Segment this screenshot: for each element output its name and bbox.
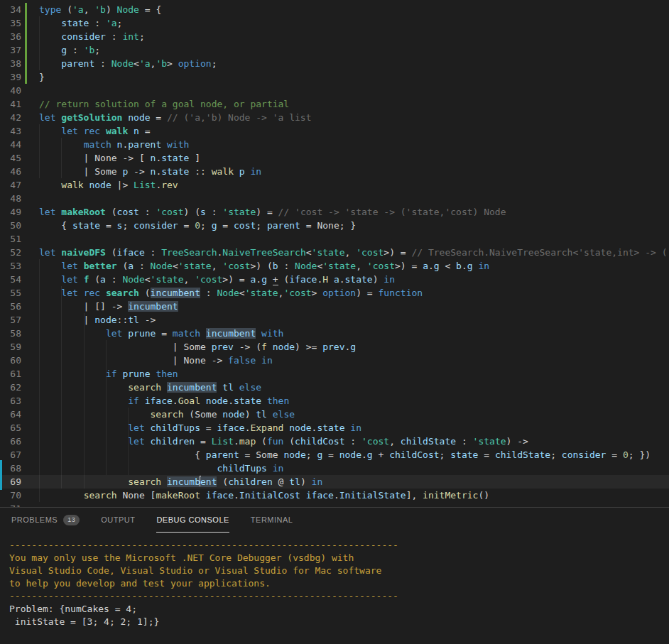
code-text: search (Some node) tl else <box>39 408 295 421</box>
line-number: 70 <box>0 489 21 502</box>
code-line[interactable]: 58 let prune = match incumbent with <box>0 327 669 340</box>
code-line[interactable]: 60 | None -> false in <box>0 354 669 367</box>
console-line: ----------------------------------------… <box>9 539 669 552</box>
code-text: let getSolution node = // ('a,'b) Node -… <box>39 111 312 124</box>
code-text: let naiveDFS (iface : TreeSearch.NaiveTr… <box>39 246 669 259</box>
vscode-window: 34type ('a, 'b) Node = {35 state : 'a;36… <box>0 0 669 643</box>
code-line[interactable]: 41// return solution of a goal node, or … <box>0 97 669 111</box>
code-line[interactable]: 39} <box>0 70 669 84</box>
code-text: state : 'a; <box>39 16 122 30</box>
debug-console-output[interactable]: ----------------------------------------… <box>0 533 669 628</box>
line-number: 51 <box>0 232 21 246</box>
code-line[interactable]: 57 | node::tl -> <box>0 313 669 327</box>
code-line[interactable]: 51 <box>0 232 669 246</box>
code-line[interactable]: 66 let children = List.map (fun (childCo… <box>0 435 669 448</box>
code-line[interactable]: 68 childTups in <box>0 462 669 475</box>
code-text: search None [makeRoot iface.InitialCost … <box>39 489 489 502</box>
code-line[interactable]: 48 <box>0 192 669 205</box>
code-text: consider : int; <box>39 30 145 43</box>
line-number: 62 <box>0 381 21 394</box>
code-text: type ('a, 'b) Node = { <box>39 3 161 16</box>
code-line[interactable]: 40 <box>0 84 669 97</box>
code-text: parent : Node<'a,'b> option; <box>39 57 217 70</box>
code-line[interactable]: 69 search incumbent (children @ tl) in <box>0 475 669 489</box>
code-line[interactable]: 62 search incumbent tl else <box>0 381 669 394</box>
code-line[interactable]: 53 let better (a : Node<'state, 'cost>) … <box>0 259 669 273</box>
code-line[interactable]: 52let naiveDFS (iface : TreeSearch.Naive… <box>0 246 669 259</box>
line-number: 35 <box>0 16 21 30</box>
code-line[interactable]: 45 | None -> [ n.state ] <box>0 151 669 165</box>
code-line[interactable]: 44 match n.parent with <box>0 138 669 151</box>
line-number: 63 <box>0 394 21 408</box>
git-added-indicator <box>25 16 27 30</box>
code-text: childTups in <box>39 462 283 475</box>
code-text: let f (a : Node<'state, 'cost>) = a.g + … <box>39 273 395 286</box>
code-line[interactable]: 71 <box>0 502 669 507</box>
line-number: 42 <box>0 111 21 124</box>
line-number: 48 <box>0 192 21 205</box>
line-number: 60 <box>0 354 21 367</box>
panel-tab-terminal[interactable]: TERMINAL <box>251 508 293 533</box>
code-text: if prune then <box>39 367 178 381</box>
code-line[interactable]: 67 { parent = Some node; g = node.g + ch… <box>0 448 669 462</box>
line-number: 55 <box>0 286 21 300</box>
line-number: 53 <box>0 259 21 273</box>
code-line[interactable]: 59 | Some prev -> (f node) >= prev.g <box>0 340 669 354</box>
line-number: 65 <box>0 421 21 435</box>
code-text: | None -> [ n.state ] <box>39 151 200 165</box>
code-text: } <box>39 70 45 84</box>
git-added-indicator <box>25 70 27 84</box>
panel-tab-output[interactable]: OUTPUT <box>101 508 135 533</box>
code-line[interactable]: 61 if prune then <box>0 367 669 381</box>
code-line[interactable]: 36 consider : int; <box>0 30 669 43</box>
line-number: 41 <box>0 97 21 111</box>
panel-tab-label: DEBUG CONSOLE <box>156 515 229 524</box>
code-line[interactable]: 43 let rec walk n = <box>0 124 669 138</box>
code-text: let rec walk n = <box>39 124 151 138</box>
line-number: 50 <box>0 219 21 232</box>
code-line[interactable]: 49let makeRoot (cost : 'cost) (s : 'stat… <box>0 205 669 219</box>
code-text: let prune = match incumbent with <box>39 327 283 340</box>
code-line[interactable]: 64 search (Some node) tl else <box>0 408 669 421</box>
code-line[interactable]: 54 let f (a : Node<'state, 'cost>) = a.g… <box>0 273 669 286</box>
git-added-indicator <box>25 3 27 16</box>
code-text: match n.parent with <box>39 138 189 151</box>
line-number: 44 <box>0 138 21 151</box>
line-number: 67 <box>0 448 21 462</box>
console-line: Visual Studio Code, Visual Studio or Vis… <box>9 564 669 577</box>
code-line[interactable]: 42let getSolution node = // ('a,'b) Node… <box>0 111 669 124</box>
code-text: | None -> false in <box>39 354 273 367</box>
code-line[interactable]: 70 search None [makeRoot iface.InitialCo… <box>0 489 669 502</box>
line-number: 45 <box>0 151 21 165</box>
line-number: 57 <box>0 313 21 327</box>
problems-count-badge: 13 <box>63 515 80 525</box>
line-number: 56 <box>0 300 21 313</box>
code-line[interactable]: 47 walk node |> List.rev <box>0 178 669 192</box>
code-line[interactable]: 37 g : 'b; <box>0 43 669 57</box>
line-number: 52 <box>0 246 21 259</box>
code-line[interactable]: 38 parent : Node<'a,'b> option; <box>0 57 669 70</box>
panel-tab-debug-console[interactable]: DEBUG CONSOLE <box>156 508 229 533</box>
code-text: search incumbent (children @ tl) in <box>39 475 322 489</box>
console-line: ----------------------------------------… <box>9 590 669 603</box>
code-text: if iface.Goal node.state then <box>39 394 289 408</box>
line-number: 59 <box>0 340 21 354</box>
panel-tab-problems[interactable]: PROBLEMS13 <box>11 508 80 533</box>
code-line[interactable]: 46 | Some p -> n.state :: walk p in <box>0 165 669 178</box>
code-line[interactable]: 34type ('a, 'b) Node = { <box>0 3 669 16</box>
code-text: g : 'b; <box>39 43 100 57</box>
line-number: 43 <box>0 124 21 138</box>
code-text: | [] -> incumbent <box>39 300 178 313</box>
code-line[interactable]: 55 let rec search (incumbent : Node<'sta… <box>0 286 669 300</box>
code-line[interactable]: 56 | [] -> incumbent <box>0 300 669 313</box>
console-line: initState = [3; 4; 2; 1];} <box>9 616 669 628</box>
code-text: | Some p -> n.state :: walk p in <box>39 165 261 178</box>
code-editor[interactable]: 34type ('a, 'b) Node = {35 state : 'a;36… <box>0 0 669 507</box>
line-number: 36 <box>0 30 21 43</box>
line-number: 47 <box>0 178 21 192</box>
code-line[interactable]: 50 { state = s; consider = 0; g = cost; … <box>0 219 669 232</box>
code-line[interactable]: 65 let childTups = iface.Expand node.sta… <box>0 421 669 435</box>
code-line[interactable]: 35 state : 'a; <box>0 16 669 30</box>
code-line[interactable]: 63 if iface.Goal node.state then <box>0 394 669 408</box>
git-added-indicator <box>25 57 27 70</box>
